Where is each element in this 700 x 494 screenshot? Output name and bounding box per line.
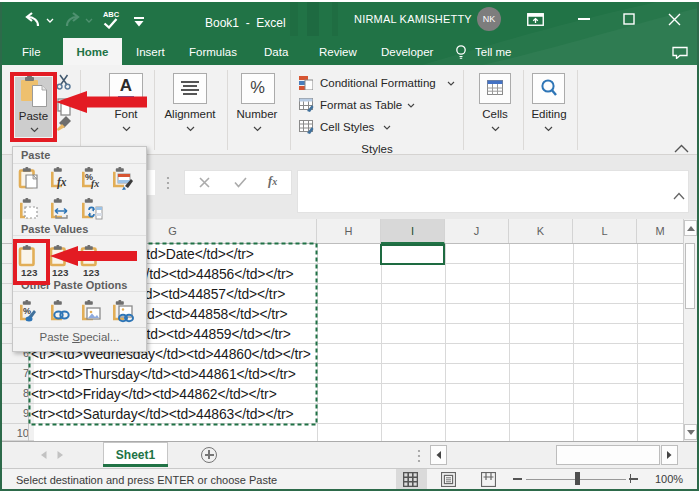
svg-text:123: 123	[52, 267, 69, 278]
svg-text:fx: fx	[57, 176, 67, 189]
svg-text:fx: fx	[91, 178, 99, 189]
svg-text:%: %	[23, 306, 31, 316]
svg-text:123: 123	[83, 267, 100, 278]
svg-text:ABC: ABC	[103, 10, 120, 18]
